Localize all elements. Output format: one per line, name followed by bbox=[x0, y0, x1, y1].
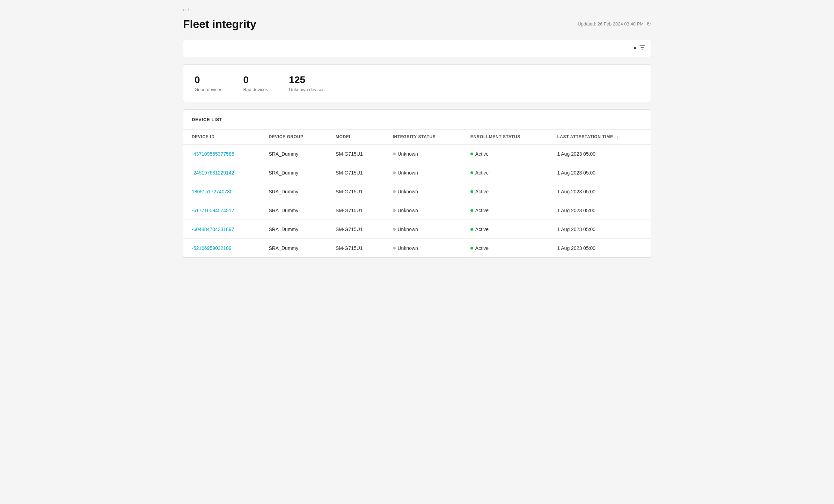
table-row: 180515172740780SRA_DummySM-G715U1Unknown… bbox=[183, 182, 651, 201]
col-enrollment-status: ENROLLMENT STATUS bbox=[462, 129, 549, 144]
breadcrumb-separator: / bbox=[188, 7, 189, 12]
cell-integrity-status: Unknown bbox=[385, 182, 462, 201]
cell-enrollment-status: Active bbox=[462, 163, 549, 182]
filter-icon[interactable] bbox=[639, 45, 645, 52]
device-list-header: DEVICE LIST bbox=[183, 110, 651, 129]
stats-card: 0 Good devices 0 Bad devices 125 Unknown… bbox=[183, 64, 651, 102]
breadcrumb: ⌂ / ··· bbox=[183, 7, 651, 12]
enrollment-status-dot bbox=[470, 171, 473, 174]
enrollment-status-dot bbox=[470, 153, 473, 155]
updated-info: Updated: 26 Feb 2024 03:40 PM ↻ bbox=[578, 21, 651, 27]
refresh-icon[interactable]: ↻ bbox=[646, 21, 651, 27]
cell-device-id: -245197631229142 bbox=[183, 163, 260, 182]
breadcrumb-more[interactable]: ··· bbox=[191, 7, 195, 12]
cell-device-group: SRA_Dummy bbox=[260, 182, 327, 201]
table-header: DEVICE ID DEVICE GROUP MODEL INTEGRITY S… bbox=[183, 129, 651, 144]
cell-device-group: SRA_Dummy bbox=[260, 239, 327, 258]
cell-model: SM-G715U1 bbox=[327, 144, 385, 163]
cell-enrollment-status: Active bbox=[462, 182, 549, 201]
cell-last-attestation-time: 1 Aug 2023 05:00 bbox=[549, 163, 651, 182]
integrity-status-dot bbox=[393, 228, 396, 231]
cell-device-group: SRA_Dummy bbox=[260, 144, 327, 163]
cell-device-group: SRA_Dummy bbox=[260, 220, 327, 239]
device-table: DEVICE ID DEVICE GROUP MODEL INTEGRITY S… bbox=[183, 129, 651, 257]
unknown-devices-label: Unknown devices bbox=[289, 87, 324, 92]
stat-unknown-devices: 125 Unknown devices bbox=[289, 74, 324, 92]
col-model: MODEL bbox=[327, 129, 385, 144]
col-last-attestation-time[interactable]: LAST ATTESTATION TIME ↕ bbox=[549, 129, 651, 144]
device-id-link[interactable]: -437109565377586 bbox=[192, 151, 234, 157]
breadcrumb-home[interactable]: ⌂ bbox=[183, 7, 186, 12]
cell-model: SM-G715U1 bbox=[327, 239, 385, 258]
enrollment-status-label: Active bbox=[475, 189, 489, 194]
cell-integrity-status: Unknown bbox=[385, 201, 462, 220]
cell-enrollment-status: Active bbox=[462, 220, 549, 239]
table-row: -437109565377586SRA_DummySM-G715U1Unknow… bbox=[183, 144, 651, 163]
integrity-status-dot bbox=[393, 190, 396, 193]
cell-enrollment-status: Active bbox=[462, 201, 549, 220]
device-id-link[interactable]: -617716594574517 bbox=[192, 208, 234, 213]
integrity-status-label: Unknown bbox=[398, 245, 418, 251]
stat-good-devices: 0 Good devices bbox=[195, 74, 222, 92]
integrity-status-label: Unknown bbox=[398, 170, 418, 176]
cell-model: SM-G715U1 bbox=[327, 182, 385, 201]
cell-enrollment-status: Active bbox=[462, 239, 549, 258]
integrity-status-dot bbox=[393, 171, 396, 174]
enrollment-status-dot bbox=[470, 209, 473, 212]
cell-integrity-status: Unknown bbox=[385, 239, 462, 258]
integrity-status-dot bbox=[393, 209, 396, 212]
table-row: -245197631229142SRA_DummySM-G715U1Unknow… bbox=[183, 163, 651, 182]
cell-model: SM-G715U1 bbox=[327, 220, 385, 239]
sort-icon: ↕ bbox=[616, 135, 619, 139]
cell-integrity-status: Unknown bbox=[385, 144, 462, 163]
updated-text: Updated: 26 Feb 2024 03:40 PM bbox=[578, 21, 644, 27]
device-id-link[interactable]: 180515172740780 bbox=[192, 189, 233, 194]
table-body: -437109565377586SRA_DummySM-G715U1Unknow… bbox=[183, 144, 651, 258]
integrity-status-label: Unknown bbox=[398, 227, 418, 232]
unknown-devices-value: 125 bbox=[289, 74, 324, 86]
cell-last-attestation-time: 1 Aug 2023 05:00 bbox=[549, 239, 651, 258]
integrity-status-label: Unknown bbox=[398, 151, 418, 157]
enrollment-status-label: Active bbox=[475, 227, 489, 232]
cell-last-attestation-time: 1 Aug 2023 05:00 bbox=[549, 220, 651, 239]
integrity-status-dot bbox=[393, 247, 396, 250]
good-devices-label: Good devices bbox=[195, 87, 222, 92]
enrollment-status-dot bbox=[470, 190, 473, 193]
cell-model: SM-G715U1 bbox=[327, 163, 385, 182]
table-row: -52166959032109SRA_DummySM-G715U1Unknown… bbox=[183, 239, 651, 258]
enrollment-status-dot bbox=[470, 228, 473, 231]
good-devices-value: 0 bbox=[195, 74, 222, 86]
device-id-link[interactable]: -245197631229142 bbox=[192, 170, 234, 176]
col-device-group: DEVICE GROUP bbox=[260, 129, 327, 144]
cell-device-id: -437109565377586 bbox=[183, 144, 260, 163]
device-id-link[interactable]: -604884704331897 bbox=[192, 227, 234, 232]
bad-devices-label: Bad devices bbox=[243, 87, 268, 92]
device-list-title: DEVICE LIST bbox=[192, 117, 222, 122]
cell-last-attestation-time: 1 Aug 2023 05:00 bbox=[549, 144, 651, 163]
table-container: DEVICE ID DEVICE GROUP MODEL INTEGRITY S… bbox=[183, 129, 651, 257]
cell-integrity-status: Unknown bbox=[385, 163, 462, 182]
enrollment-status-label: Active bbox=[475, 245, 489, 251]
cell-last-attestation-time: 1 Aug 2023 05:00 bbox=[549, 182, 651, 201]
enrollment-status-label: Active bbox=[475, 151, 489, 157]
bad-devices-value: 0 bbox=[243, 74, 268, 86]
page-header: Fleet integrity Updated: 26 Feb 2024 03:… bbox=[183, 18, 651, 31]
device-id-link[interactable]: -52166959032109 bbox=[192, 245, 232, 251]
cell-device-id: 180515172740780 bbox=[183, 182, 260, 201]
enrollment-status-label: Active bbox=[475, 208, 489, 213]
integrity-status-dot bbox=[393, 153, 396, 155]
page-title: Fleet integrity bbox=[183, 18, 256, 31]
cell-device-group: SRA_Dummy bbox=[260, 201, 327, 220]
cell-enrollment-status: Active bbox=[462, 144, 549, 163]
stat-bad-devices: 0 Bad devices bbox=[243, 74, 268, 92]
cell-model: SM-G715U1 bbox=[327, 201, 385, 220]
cell-device-id: -617716594574517 bbox=[183, 201, 260, 220]
enrollment-status-label: Active bbox=[475, 170, 489, 176]
cell-device-id: -604884704331897 bbox=[183, 220, 260, 239]
filter-dot bbox=[634, 47, 636, 49]
device-list-card: DEVICE LIST DEVICE ID DEVICE GROUP MODEL… bbox=[183, 109, 651, 258]
cell-device-id: -52166959032109 bbox=[183, 239, 260, 258]
page-container: ⌂ / ··· Fleet integrity Updated: 26 Feb … bbox=[173, 0, 661, 265]
table-row: -604884704331897SRA_DummySM-G715U1Unknow… bbox=[183, 220, 651, 239]
cell-last-attestation-time: 1 Aug 2023 05:00 bbox=[549, 201, 651, 220]
